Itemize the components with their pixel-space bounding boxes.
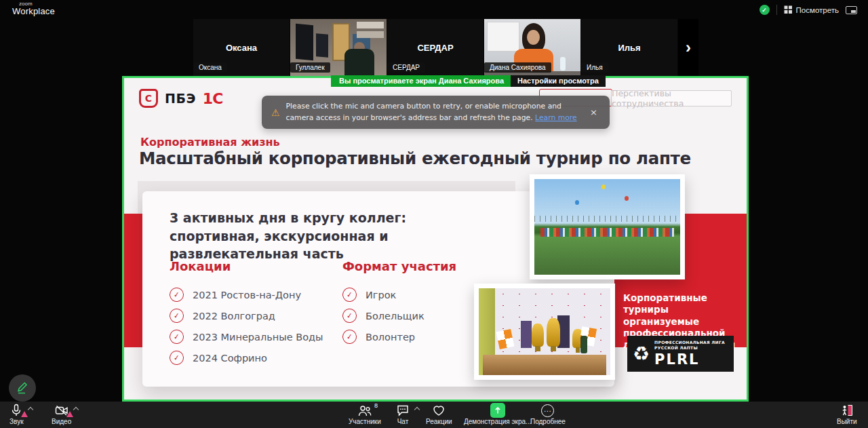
- participants-count-badge: 8: [374, 402, 378, 409]
- checkered-flag-shape: [496, 329, 515, 349]
- view-mode-button[interactable]: Посмотреть: [784, 5, 839, 14]
- gift-box-shape: [521, 321, 532, 348]
- list-item: 2023 Минеральные Воды: [170, 326, 339, 347]
- more-icon: ...: [541, 404, 554, 417]
- toast-text: Please click the mic and camera button t…: [286, 102, 561, 122]
- view-mode-label: Посмотреть: [796, 6, 839, 14]
- participant-tile-diana-active-speaker[interactable]: Диана Сахиярова: [484, 19, 580, 76]
- mic-camera-toast: ⚠ Please click the mic and camera button…: [262, 96, 610, 129]
- participants-button[interactable]: 8 Участники: [349, 404, 381, 425]
- crowd-strip: [540, 228, 675, 237]
- locations-column: Локации 2021 Ростов-на-Дону 2022 Волгогр…: [170, 259, 339, 368]
- locations-list: 2021 Ростов-на-Дону 2022 Волгоград 2023 …: [170, 284, 339, 368]
- viewing-screen-label: Вы просматриваете экран Диана Сахиярова: [331, 75, 511, 87]
- card-heading: 3 активных дня в кругу коллег: спортивна…: [170, 209, 475, 263]
- list-item-label: Игрок: [366, 290, 396, 300]
- list-item: Игрок: [342, 284, 492, 305]
- annotate-button[interactable]: [9, 374, 36, 402]
- divider: [776, 5, 777, 15]
- top-right-controls: ✓ Посмотреть: [760, 5, 857, 15]
- table-shape: [483, 355, 606, 375]
- participant-filmstrip: Оксана Оксана Гуллалек СЕРДАР СЕРДАР: [193, 19, 698, 76]
- minimize-window-icon[interactable]: [846, 6, 857, 14]
- participant-tile-oksana[interactable]: Оксана Оксана: [193, 19, 290, 76]
- participant-name-chip: Диана Сахиярова: [484, 62, 551, 73]
- plrl-arrows-icon: ♻: [633, 345, 650, 364]
- page-category: Корпоративная жизнь: [140, 136, 280, 149]
- list-item: 2021 Ростов-на-Дону: [170, 284, 339, 305]
- filmstrip-next-button[interactable]: ›: [678, 19, 698, 76]
- check-circle-icon: [169, 287, 184, 303]
- chat-icon: [396, 404, 410, 416]
- participant-name-chip: Илья: [581, 62, 608, 73]
- monitor-shape: [316, 33, 328, 57]
- screen-share-banner: Вы просматриваете экран Диана Сахиярова …: [331, 75, 606, 87]
- zoom-workplace-logo: zoom Workplace: [12, 1, 55, 16]
- check-circle-icon: [169, 350, 184, 366]
- more-label: Подробнее: [530, 418, 566, 425]
- team-field-photo: [530, 174, 685, 279]
- league-name-line2: РУССКОЙ ЛАПТЫ: [654, 345, 725, 351]
- leave-button[interactable]: Выйти: [837, 404, 857, 425]
- video-label: Видео: [52, 418, 71, 425]
- chat-button[interactable]: Чат: [396, 404, 410, 425]
- balloon-shape: [625, 196, 629, 201]
- shelf-shape: [357, 22, 384, 28]
- trophy-cup-shape: [532, 324, 544, 347]
- heart-icon: [432, 404, 446, 416]
- trophy-photo-scene: [479, 288, 610, 375]
- league-name-line1: ПРОФЕССИОНАЛЬНАЯ ЛИГА: [654, 340, 725, 345]
- person-face-shape: [527, 30, 540, 45]
- list-item: 2022 Волгоград: [170, 305, 339, 326]
- list-item-label: 2024 Софрино: [193, 353, 267, 364]
- security-shield-icon[interactable]: ✓: [760, 5, 770, 15]
- shared-screen-area: С ПБЭ 1С Перспективы сотрудничества ⚠ Pl…: [122, 76, 749, 402]
- list-item-label: Волонтер: [366, 332, 415, 343]
- participant-tile-serdar[interactable]: СЕРДАР СЕРДАР: [387, 19, 484, 76]
- chat-options-caret[interactable]: [414, 407, 420, 412]
- check-circle-icon: [342, 287, 357, 303]
- view-settings-button[interactable]: Настройки просмотра: [511, 75, 606, 87]
- video-button[interactable]: Видео: [52, 404, 71, 425]
- participants-label: Участники: [349, 418, 381, 425]
- bottle-shape: [580, 336, 587, 353]
- share-screen-button[interactable]: Демонстрация экра...: [464, 404, 531, 425]
- audio-label: Звук: [9, 418, 24, 425]
- field-photo-scene: [534, 179, 680, 275]
- warning-icon: ⚠: [271, 107, 280, 118]
- toast-close-icon[interactable]: ×: [587, 106, 600, 119]
- more-button[interactable]: ... Подробнее: [530, 404, 566, 425]
- share-screen-label: Демонстрация экра...: [464, 418, 531, 425]
- video-options-caret[interactable]: [73, 407, 78, 412]
- participant-tile-gullalek[interactable]: Гуллалек: [290, 19, 387, 76]
- plrl-text-column: ПРОФЕССИОНАЛЬНАЯ ЛИГА РУССКОЙ ЛАПТЫ PLRL: [654, 340, 725, 368]
- check-circle-icon: [169, 308, 184, 324]
- toast-message: Please click the mic and camera button t…: [286, 101, 578, 123]
- gallery-grid-icon: [784, 5, 793, 14]
- participant-tile-ilya[interactable]: Илья Илья: [581, 19, 677, 76]
- whiteboard-shape: [487, 22, 519, 52]
- format-title: Формат участия: [342, 259, 492, 273]
- site-logos: С ПБЭ 1С: [139, 89, 222, 108]
- audio-button[interactable]: Звук: [9, 404, 24, 425]
- monitor-shape: [296, 24, 313, 61]
- leave-label: Выйти: [837, 418, 857, 425]
- person-shape: [344, 49, 374, 76]
- participants-icon: [357, 404, 372, 417]
- participant-name-chip: СЕРДАР: [387, 62, 425, 73]
- pbe-logo-icon[interactable]: С: [139, 89, 158, 108]
- reactions-button[interactable]: Реакции: [426, 404, 452, 425]
- participant-name-chip: Оксана: [193, 62, 227, 73]
- chat-label: Чат: [397, 418, 409, 425]
- leave-meeting-icon: [840, 404, 854, 417]
- locations-title: Локации: [170, 259, 339, 273]
- audio-options-caret[interactable]: [28, 407, 33, 412]
- toast-link[interactable]: Learn more: [535, 113, 577, 122]
- list-item-label: 2022 Волгоград: [193, 311, 275, 322]
- list-item-label: 2021 Ростов-на-Дону: [193, 290, 301, 300]
- list-item: 2024 Софрино: [170, 347, 339, 368]
- format-column: Формат участия Игрок Болельщик Волонт: [342, 259, 492, 347]
- balloon-shape: [601, 184, 606, 189]
- shared-webpage: С ПБЭ 1С Перспективы сотрудничества ⚠ Pl…: [124, 78, 747, 400]
- partnership-button[interactable]: Перспективы сотрудничества: [611, 90, 732, 106]
